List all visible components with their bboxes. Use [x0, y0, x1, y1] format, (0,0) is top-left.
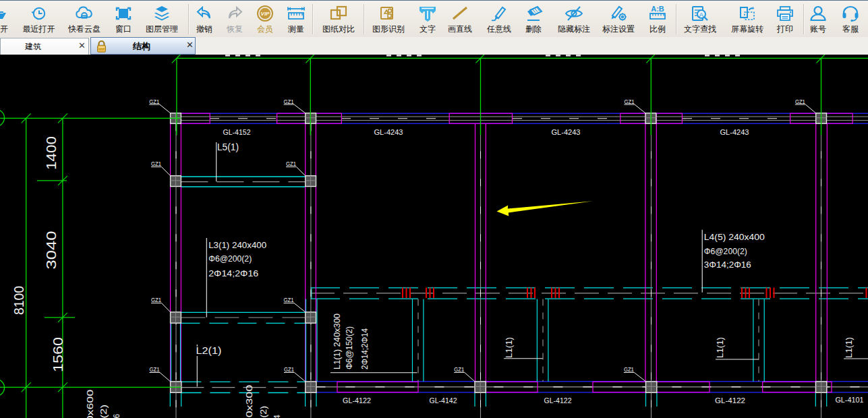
svg-text:GZ1: GZ1 — [149, 98, 159, 105]
svg-text:GZ1: GZ1 — [625, 98, 635, 105]
svg-text:2Φ14;2Φ14: 2Φ14;2Φ14 — [359, 328, 370, 369]
svg-text:1560: 1560 — [50, 337, 65, 372]
svg-text:1400: 1400 — [43, 136, 59, 170]
svg-text:GL-4243: GL-4243 — [720, 128, 749, 136]
svg-text:240x600: 240x600 — [86, 390, 95, 418]
svg-text:GL-4101: GL-4101 — [835, 396, 863, 404]
svg-text:A: A — [699, 11, 704, 18]
svg-text:L1(1): L1(1) — [844, 337, 854, 358]
svg-text:L4(5) 240x400: L4(5) 240x400 — [704, 233, 765, 242]
svg-text:GZ1: GZ1 — [284, 98, 294, 105]
svg-text:GL-4122: GL-4122 — [544, 396, 572, 405]
svg-text:L1(1): L1(1) — [716, 337, 725, 358]
svg-text:2Φ14: 2Φ14 — [272, 415, 282, 418]
svg-text:3040: 3040 — [43, 231, 59, 270]
svg-text:L3(1) 240x400: L3(1) 240x400 — [208, 241, 266, 250]
svg-text:240x300: 240x300 — [244, 385, 254, 418]
svg-text:L5(1): L5(1) — [217, 142, 239, 152]
svg-text:GL-4243: GL-4243 — [552, 128, 581, 136]
svg-text:L2(1): L2(1) — [196, 345, 221, 356]
svg-text:GL-4142: GL-4142 — [430, 396, 457, 405]
svg-text:GL-4243: GL-4243 — [374, 128, 403, 136]
svg-text:L1(1): L1(1) — [504, 337, 514, 358]
svg-text:GZ1: GZ1 — [454, 366, 464, 373]
svg-text:A:B: A:B — [651, 5, 664, 13]
svg-text:GL-4152: GL-4152 — [223, 128, 251, 136]
svg-text:0(2): 0(2) — [99, 405, 109, 418]
svg-text:GZ1: GZ1 — [795, 98, 805, 105]
svg-text:3Φ14;2Φ16: 3Φ14;2Φ16 — [704, 260, 751, 270]
svg-text:Φ6@200(2): Φ6@200(2) — [208, 254, 252, 264]
svg-text:GZ1: GZ1 — [151, 297, 161, 303]
svg-text:GZ1: GZ1 — [284, 366, 294, 373]
svg-text:GL-4122: GL-4122 — [715, 396, 745, 405]
svg-text:8100: 8100 — [11, 286, 26, 315]
svg-text:Φ6@200(2): Φ6@200(2) — [704, 247, 747, 256]
svg-text:2Φ16: 2Φ16 — [112, 414, 121, 418]
svg-text:@150(2): @150(2) — [258, 406, 268, 418]
svg-text:GZ1: GZ1 — [150, 366, 160, 373]
svg-text:GZ1: GZ1 — [151, 160, 161, 167]
svg-text:GZ1: GZ1 — [284, 297, 294, 303]
svg-text:2Φ14;2Φ16: 2Φ14;2Φ16 — [208, 269, 258, 278]
svg-text:GL-4122: GL-4122 — [343, 396, 371, 405]
svg-text:L1(1) 240x300: L1(1) 240x300 — [332, 314, 342, 369]
svg-text:Φ6@150(2): Φ6@150(2) — [345, 326, 354, 369]
svg-text:GZ1: GZ1 — [286, 160, 296, 167]
svg-text:GZ1: GZ1 — [624, 366, 634, 373]
